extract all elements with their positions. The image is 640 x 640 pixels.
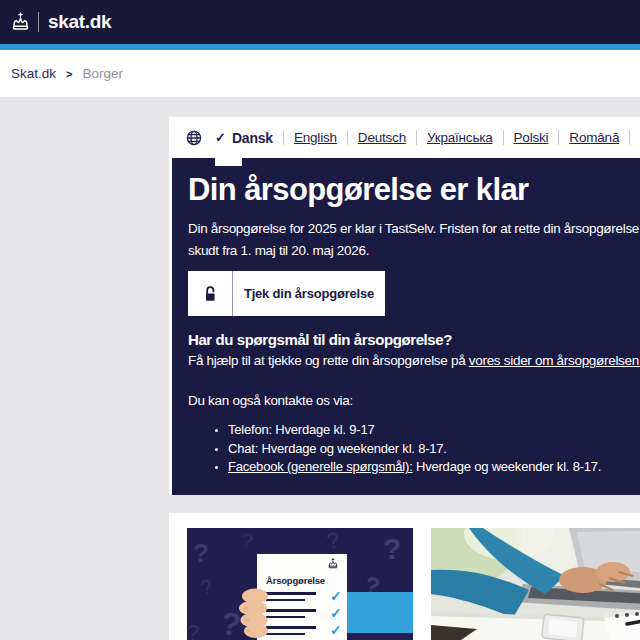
contact-text: Chat: Hverdage og weekender kl. 8-17. [228,441,447,456]
language-divider [629,130,630,145]
contact-text: Hverdage og weekender kl. 8-17. [413,459,602,474]
question-mark-decoration: ? [193,538,209,569]
cta-label: Tjek din årsopgørelse [233,286,385,301]
document-line [266,599,305,602]
section-gap [169,495,640,513]
app-header: skat.dk [0,0,640,44]
question-mark-decoration: ? [383,532,401,566]
question-mark-decoration: ? [240,529,255,553]
check-tax-statement-button[interactable]: Tjek din årsopgørelse [188,271,385,316]
hero-top-notch [215,158,242,166]
card-photo-typing[interactable] [431,528,640,640]
hero-panel: Din årsopgørelse er klar Din årsopgørels… [172,158,640,495]
check-icon: ✓ [330,622,342,638]
brand-wordmark[interactable]: skat.dk [48,11,111,33]
check-icon: ✓ [330,605,342,621]
language-link-romana[interactable]: Română [569,130,619,145]
hero-body-text: Din årsopgørelse for 2025 er klar i Tast… [188,218,640,262]
faq-text-prefix: Få hjælp til at tjekke og rette din årso… [188,353,469,368]
language-link-deutsch[interactable]: Deutsch [358,130,406,145]
logo-divider [38,12,39,32]
question-mark-decoration: ? [325,528,342,555]
language-divider [347,130,348,145]
language-link-ukrainian[interactable]: Українська [427,130,493,145]
language-divider [503,130,504,145]
unlock-icon [200,284,220,304]
document-title: Årsopgørelse [266,575,325,586]
faq-text: Få hjælp til at tjekke og rette din årso… [188,351,640,371]
breadcrumb-separator-icon: > [66,68,72,80]
language-link-polski[interactable]: Polski [514,130,549,145]
card-arsopgorelse-illustration[interactable]: ? ? ? ? ? ? ? ? ? Årsopgørelse ✓ [187,528,413,640]
question-mark-decoration: ? [198,575,214,600]
page-background: ✓ Dansk English Deutsch Українська Polsk… [0,97,640,640]
globe-icon [186,130,202,146]
language-link-english[interactable]: English [294,130,337,145]
crown-logo-icon [10,12,31,33]
selected-language-check-icon: ✓ [215,130,226,145]
document-line [266,609,316,612]
language-dansk-selected[interactable]: Dansk [232,130,273,146]
breadcrumb-home-link[interactable]: Skat.dk [11,66,56,81]
contact-item-telefon: Telefon: Hverdage kl. 9-17 [228,421,640,440]
breadcrumb: Skat.dk > Borger [0,50,640,97]
hand-illustration [237,588,271,638]
contact-item-chat: Chat: Hverdage og weekender kl. 8-17. [228,440,640,459]
photo-laptop-hands [431,528,640,640]
document-crown-icon [327,558,339,570]
language-divider [283,130,284,145]
hero-body-line-1: Din årsopgørelse for 2025 er klar i Tast… [188,218,640,240]
document-text-row: ✓ [266,626,316,639]
document-line [266,626,316,629]
contact-item-facebook: Facebook (generelle spørgsmål): Hverdage… [228,458,640,477]
hero-body-line-2: skudt fra 1. maj til 20. maj 2026. [188,240,640,262]
breadcrumb-current: Borger [82,66,123,81]
document-line [266,633,305,636]
contact-intro: Du kan også kontakte os via: [188,392,640,410]
document-line [266,592,316,595]
page-title: Din årsopgørelse er klar [188,172,640,208]
language-divider [416,130,417,145]
document-text-row: ✓ [266,592,316,605]
language-selector-bar: ✓ Dansk English Deutsch Українська Polsk… [169,117,640,158]
check-icon: ✓ [330,588,342,604]
document-text-row: ✓ [266,609,316,622]
language-divider [558,130,559,145]
facebook-link[interactable]: Facebook (generelle spørgsmål): [228,459,413,474]
faq-link[interactable]: vores sider om årsopgørelsen. [469,353,640,368]
contact-list: Telefon: Hverdage kl. 9-17 Chat: Hverdag… [188,421,640,477]
document-line [266,616,305,619]
blue-accent-band [345,592,413,633]
contact-text: Telefon: Hverdage kl. 9-17 [228,422,375,437]
faq-heading: Har du spørgsmål til din årsopgørelse? [188,330,640,350]
question-mark-decoration: ? [187,620,199,640]
cta-lock-cell [188,271,233,316]
